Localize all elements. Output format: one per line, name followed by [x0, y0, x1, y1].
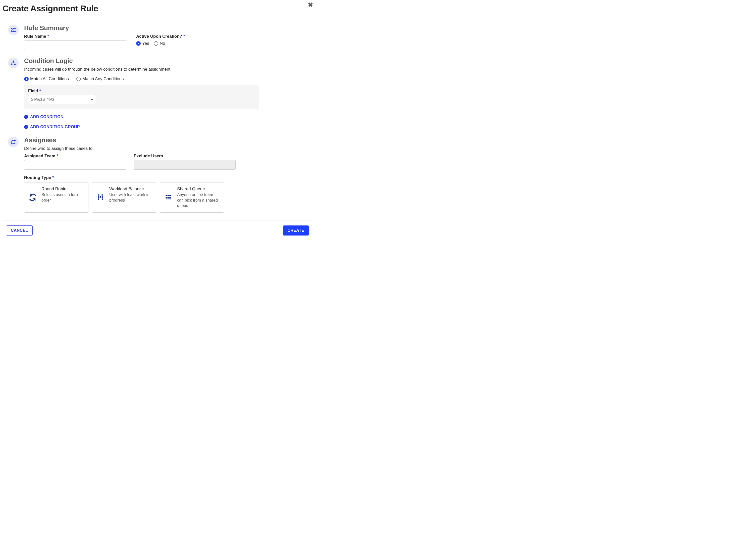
- svg-rect-14: [166, 197, 167, 198]
- add-condition-button[interactable]: + Add Condition: [24, 115, 307, 119]
- radio-dot-icon: [76, 77, 81, 81]
- list-icon: [164, 186, 173, 208]
- routing-option-desc: Selects users in turn order: [41, 192, 84, 203]
- sitemap-icon: [8, 58, 19, 68]
- assignees-description: Define who to assign these cases to.: [24, 146, 307, 151]
- assignees-heading: Assignees: [24, 136, 307, 144]
- condition-logic-heading: Condition Logic: [24, 57, 307, 65]
- people-carry-icon: [96, 186, 105, 208]
- routing-option-title: Workload Balance: [109, 186, 152, 192]
- assigned-team-label: Assigned Team *: [24, 154, 126, 159]
- plus-circle-icon: +: [24, 115, 28, 119]
- rule-name-label: Rule Name *: [24, 34, 126, 39]
- rule-summary-heading: Rule Summary: [24, 24, 307, 32]
- routing-type-label: Routing Type *: [24, 175, 307, 180]
- field-select-placeholder: Select a field: [31, 97, 54, 102]
- svg-rect-16: [166, 199, 167, 200]
- chevron-down-icon: [91, 99, 93, 100]
- cancel-button[interactable]: Cancel: [6, 225, 33, 236]
- field-select[interactable]: Select a field: [28, 95, 96, 104]
- svg-point-10: [102, 194, 103, 196]
- plus-circle-icon: +: [24, 125, 28, 129]
- field-label: Field *: [28, 88, 41, 93]
- create-button[interactable]: Create: [283, 225, 309, 236]
- condition-block: Field * Select a field: [24, 85, 259, 109]
- close-icon[interactable]: ✖: [308, 2, 313, 8]
- active-yes-radio[interactable]: Yes: [136, 41, 149, 46]
- svg-rect-4: [13, 61, 14, 62]
- match-any-radio[interactable]: Match Any Conditions: [76, 76, 124, 81]
- list-check-icon: [8, 25, 19, 35]
- active-no-radio[interactable]: No: [154, 41, 165, 46]
- assigned-team-input[interactable]: [24, 160, 126, 170]
- condition-logic-description: Incoming cases will go through the below…: [24, 67, 307, 72]
- svg-point-9: [98, 194, 100, 196]
- routing-option-workload-balance[interactable]: Workload Balance User with least work in…: [92, 182, 156, 213]
- svg-rect-15: [168, 197, 171, 198]
- svg-rect-11: [100, 196, 102, 198]
- add-condition-group-button[interactable]: + Add Condition Group: [24, 125, 307, 129]
- exclude-users-input[interactable]: [134, 160, 236, 170]
- routing-option-title: Round Robin: [41, 186, 84, 192]
- route-icon: [8, 137, 19, 147]
- routing-option-desc: User with least work in progress: [109, 192, 152, 203]
- svg-point-7: [11, 143, 12, 144]
- rotate-icon: [28, 186, 37, 208]
- exclude-users-label: Exclude Users: [134, 154, 236, 159]
- svg-point-8: [14, 140, 15, 141]
- svg-rect-6: [14, 64, 16, 65]
- radio-dot-icon: [154, 41, 158, 46]
- radio-dot-icon: [24, 77, 29, 81]
- rule-name-input[interactable]: [24, 40, 126, 50]
- page-title: Create Assignment Rule: [3, 4, 312, 13]
- active-label: Active Upon Creation? *: [136, 34, 185, 39]
- routing-option-shared-queue[interactable]: Shared Queue Anyone on the team can pick…: [160, 182, 224, 213]
- svg-rect-12: [166, 195, 167, 196]
- routing-option-round-robin[interactable]: Round Robin Selects users in turn order: [24, 182, 88, 213]
- radio-dot-icon: [136, 41, 141, 46]
- routing-option-title: Shared Queue: [177, 186, 220, 192]
- svg-rect-5: [11, 64, 13, 65]
- match-all-radio[interactable]: Match All Conditions: [24, 76, 69, 81]
- routing-option-desc: Anyone on the team can pick from a share…: [177, 192, 220, 208]
- svg-rect-17: [168, 199, 171, 200]
- svg-rect-13: [168, 195, 171, 196]
